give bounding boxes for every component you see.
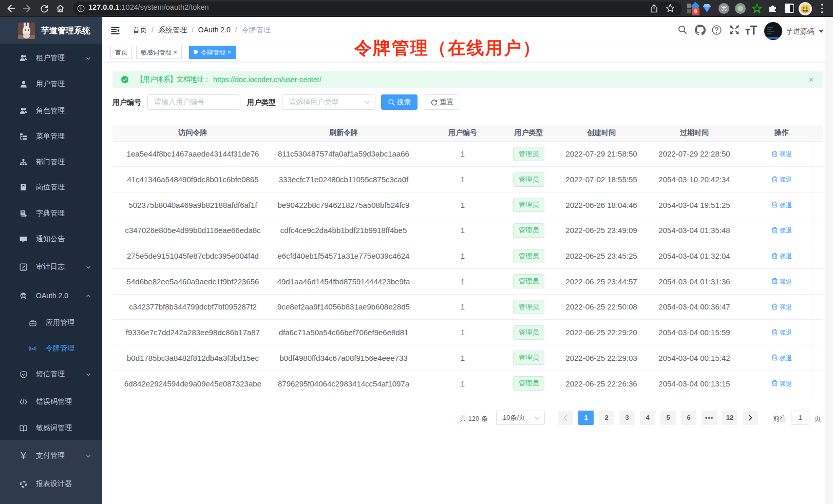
svg-text:a: a [31,346,34,351]
